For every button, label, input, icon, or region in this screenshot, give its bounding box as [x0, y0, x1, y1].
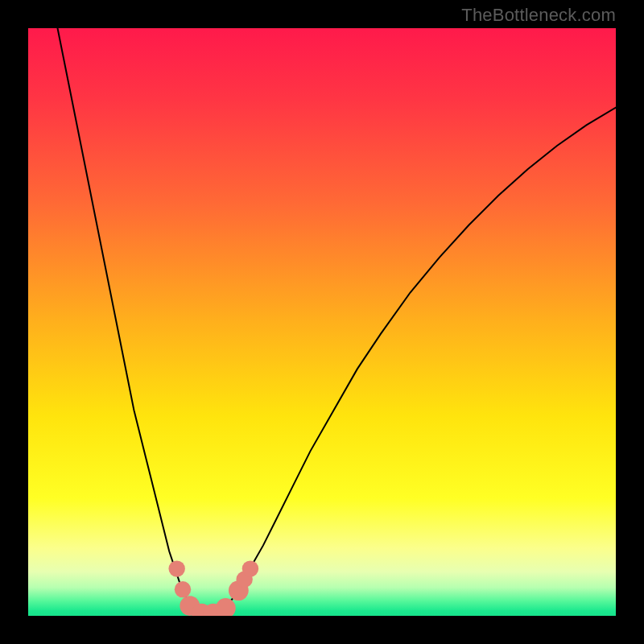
curve-marker: [168, 560, 184, 576]
plot-area: [28, 28, 616, 616]
curve-marker: [216, 598, 236, 616]
curve-marker: [242, 560, 258, 576]
chart-stage: TheBottleneck.com: [0, 0, 644, 644]
watermark-text: TheBottleneck.com: [461, 5, 616, 26]
curve-markers: [168, 560, 258, 616]
curve-marker: [175, 581, 191, 597]
bottleneck-curve: [28, 28, 616, 616]
curve-path: [58, 28, 617, 616]
